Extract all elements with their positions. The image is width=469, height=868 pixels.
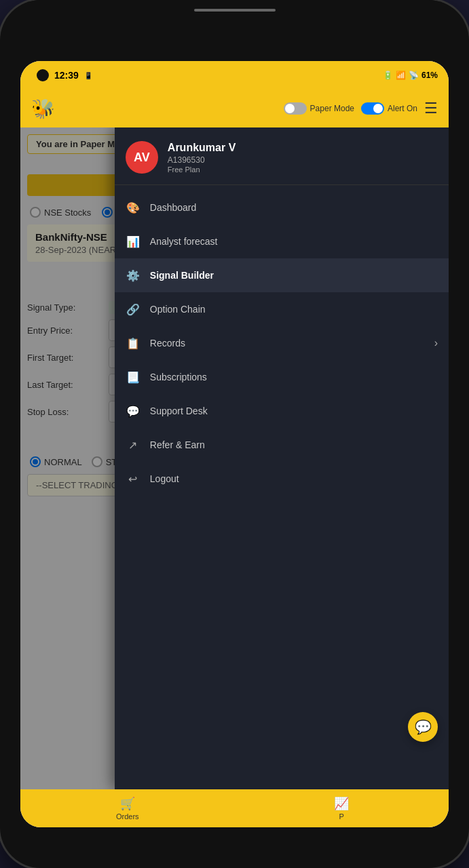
refer-label: Refer & Earn <box>150 439 438 450</box>
alert-toggle[interactable] <box>361 102 384 115</box>
drawer-item-support[interactable]: 💬 Support Desk <box>115 394 449 428</box>
app-content: You are in Paper Mode! BUILD DAY MY FORE… <box>20 127 449 789</box>
wifi-icon: 📶 <box>396 71 406 80</box>
drawer-item-refer[interactable]: ↗ Refer & Earn <box>115 428 449 462</box>
drawer-item-subscriptions[interactable]: 📃 Subscriptions <box>115 360 449 394</box>
signal-icon: 📡 <box>409 71 419 80</box>
orders-icon: 🛒 <box>120 796 135 811</box>
app-bar: 🐝 Paper Mode Alert On ☰ <box>20 90 449 127</box>
chat-fab-button[interactable]: 💬 <box>408 712 438 742</box>
dashboard-label: Dashboard <box>150 202 438 213</box>
records-label: Records <box>150 338 425 349</box>
drawer-item-dashboard[interactable]: 🎨 Dashboard <box>115 191 449 224</box>
orders-label: Orders <box>116 812 139 821</box>
alert-toggle-group: Alert On <box>361 102 417 115</box>
drawer-item-analyst-forecast[interactable]: 📊 Analyst forecast <box>115 224 449 258</box>
user-name: Arunkumar V <box>168 142 236 154</box>
subscriptions-icon: 📃 <box>126 370 140 384</box>
records-arrow-icon: › <box>434 337 438 349</box>
nav-portfolio[interactable]: 📈 P <box>235 796 449 821</box>
signal-builder-label: Signal Builder <box>150 270 438 281</box>
user-id: A1396530 <box>168 155 236 165</box>
paper-mode-label: Paper Mode <box>310 104 354 113</box>
refer-icon: ↗ <box>126 437 140 452</box>
logout-label: Logout <box>150 473 438 484</box>
chat-fab-icon: 💬 <box>415 719 432 735</box>
battery-text: 61% <box>421 71 438 80</box>
paper-mode-toggle-group: Paper Mode <box>284 102 354 115</box>
support-icon: 💬 <box>126 403 140 418</box>
user-avatar: AV <box>126 141 158 174</box>
subscriptions-label: Subscriptions <box>150 372 438 382</box>
sim-icon: 📱 <box>84 72 92 79</box>
alert-label: Alert On <box>388 104 417 113</box>
drawer-header: AV Arunkumar V A1396530 Free Plan <box>115 127 449 185</box>
signal-builder-icon: ⚙️ <box>126 268 140 283</box>
records-icon: 📋 <box>126 336 140 351</box>
portfolio-label: P <box>339 812 344 821</box>
portfolio-icon: 📈 <box>334 796 349 811</box>
paper-mode-toggle[interactable] <box>284 102 307 115</box>
analyst-forecast-icon: 📊 <box>126 234 140 249</box>
option-chain-label: Option Chain <box>150 304 438 315</box>
side-drawer: AV Arunkumar V A1396530 Free Plan 🎨 Dash… <box>115 127 449 789</box>
status-icons: 🔋 📶 📡 61% <box>383 71 438 80</box>
camera-notch <box>37 69 49 81</box>
drawer-item-records[interactable]: 📋 Records › <box>115 326 449 360</box>
nav-orders[interactable]: 🛒 Orders <box>20 796 235 821</box>
option-chain-icon: 🔗 <box>126 302 140 317</box>
dashboard-icon: 🎨 <box>126 200 140 215</box>
drawer-item-signal-builder[interactable]: ⚙️ Signal Builder <box>115 258 449 292</box>
avatar-initials: AV <box>134 151 150 165</box>
battery-saver-icon: 🔋 <box>383 71 393 80</box>
drawer-menu: 🎨 Dashboard 📊 Analyst forecast ⚙️ Signal… <box>115 185 449 789</box>
app-bar-controls: Paper Mode Alert On ☰ <box>284 100 438 117</box>
user-info: Arunkumar V A1396530 Free Plan <box>168 142 236 174</box>
home-bar <box>194 9 276 12</box>
phone-screen: 12:39 📱 🔋 📶 📡 61% 🐝 Paper Mode <box>20 61 449 827</box>
user-plan: Free Plan <box>168 165 236 174</box>
app-logo: 🐝 <box>31 98 55 120</box>
status-bar: 12:39 📱 🔋 📶 📡 61% <box>20 61 449 90</box>
drawer-item-logout[interactable]: ↩ Logout <box>115 462 449 496</box>
home-indicator <box>0 0 469 20</box>
analyst-forecast-label: Analyst forecast <box>150 236 438 247</box>
status-time: 12:39 <box>54 70 79 81</box>
phone-device: 12:39 📱 🔋 📶 📡 61% 🐝 Paper Mode <box>0 0 469 868</box>
support-label: Support Desk <box>150 406 438 416</box>
logout-icon: ↩ <box>126 471 140 486</box>
hamburger-menu[interactable]: ☰ <box>424 100 438 117</box>
bottom-nav: 🛒 Orders 📈 P <box>20 789 449 827</box>
drawer-item-option-chain[interactable]: 🔗 Option Chain <box>115 292 449 326</box>
